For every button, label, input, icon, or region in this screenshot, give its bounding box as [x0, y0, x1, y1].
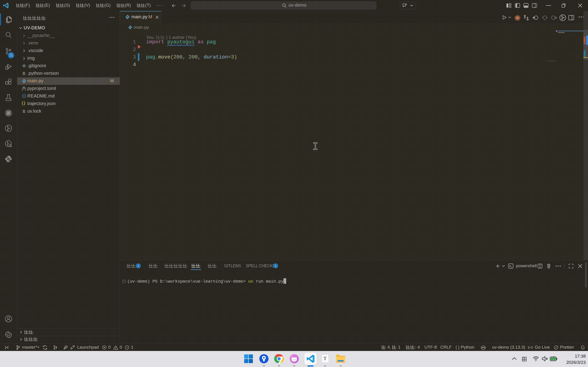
svg-text:T: T — [323, 356, 327, 361]
